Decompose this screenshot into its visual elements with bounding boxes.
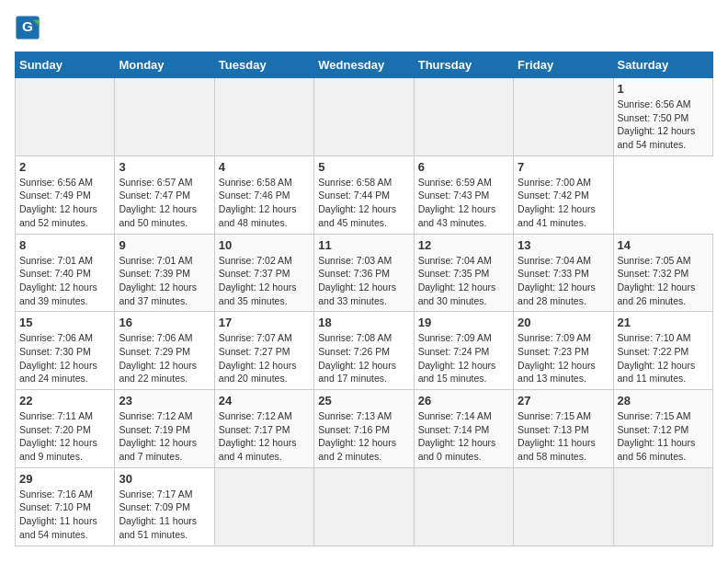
day-number: 15 (19, 316, 110, 329)
day-detail: Sunrise: 7:09 AMSunset: 7:23 PMDaylight:… (518, 331, 609, 385)
day-detail: Sunrise: 7:05 AMSunset: 7:32 PMDaylight:… (618, 254, 709, 308)
calendar-cell: 25Sunrise: 7:13 AMSunset: 7:16 PMDayligh… (314, 390, 414, 468)
calendar-cell: 29Sunrise: 7:16 AMSunset: 7:10 PMDayligh… (16, 467, 115, 546)
calendar-cell (314, 78, 414, 156)
day-detail: Sunrise: 6:56 AMSunset: 7:50 PMDaylight:… (618, 98, 709, 152)
header-saturday: Saturday (613, 52, 712, 78)
day-number: 17 (219, 316, 310, 329)
day-detail: Sunrise: 7:17 AMSunset: 7:09 PMDaylight:… (119, 488, 210, 542)
day-detail: Sunrise: 7:01 AMSunset: 7:40 PMDaylight:… (19, 254, 110, 308)
day-detail: Sunrise: 6:56 AMSunset: 7:49 PMDaylight:… (19, 176, 110, 230)
day-detail: Sunrise: 7:04 AMSunset: 7:33 PMDaylight:… (518, 254, 609, 308)
day-detail: Sunrise: 7:10 AMSunset: 7:22 PMDaylight:… (618, 331, 709, 385)
calendar-cell: 20Sunrise: 7:09 AMSunset: 7:23 PMDayligh… (514, 312, 613, 390)
day-detail: Sunrise: 7:07 AMSunset: 7:27 PMDaylight:… (219, 331, 310, 385)
calendar-cell: 27Sunrise: 7:15 AMSunset: 7:13 PMDayligh… (514, 390, 613, 468)
day-number: 12 (418, 238, 509, 252)
day-detail: Sunrise: 7:13 AMSunset: 7:16 PMDaylight:… (318, 409, 409, 464)
day-detail: Sunrise: 7:12 AMSunset: 7:19 PMDaylight:… (119, 409, 210, 464)
day-detail: Sunrise: 7:15 AMSunset: 7:12 PMDaylight:… (618, 409, 709, 464)
day-detail: Sunrise: 7:08 AMSunset: 7:26 PMDaylight:… (318, 331, 409, 385)
day-number: 16 (119, 316, 210, 329)
day-detail: Sunrise: 6:58 AMSunset: 7:46 PMDaylight:… (219, 176, 310, 230)
day-detail: Sunrise: 7:06 AMSunset: 7:30 PMDaylight:… (19, 331, 110, 385)
calendar-cell: 14Sunrise: 7:05 AMSunset: 7:32 PMDayligh… (613, 234, 712, 312)
day-detail: Sunrise: 7:14 AMSunset: 7:14 PMDaylight:… (418, 409, 509, 464)
calendar-cell: 16Sunrise: 7:06 AMSunset: 7:29 PMDayligh… (115, 312, 214, 390)
calendar-cell (115, 78, 214, 156)
header-monday: Monday (115, 52, 214, 78)
header-tuesday: Tuesday (214, 52, 313, 78)
calendar-cell (613, 467, 712, 546)
calendar-cell: 10Sunrise: 7:02 AMSunset: 7:37 PMDayligh… (214, 234, 313, 312)
calendar-cell: 1Sunrise: 6:56 AMSunset: 7:50 PMDaylight… (613, 78, 712, 156)
day-detail: Sunrise: 7:02 AMSunset: 7:37 PMDaylight:… (219, 254, 310, 308)
logo-icon: G (15, 15, 40, 40)
day-number: 2 (19, 160, 110, 174)
header-sunday: Sunday (16, 52, 115, 78)
calendar-cell: 4Sunrise: 6:58 AMSunset: 7:46 PMDaylight… (214, 155, 313, 234)
calendar-cell (414, 78, 513, 156)
day-number: 3 (119, 160, 210, 174)
header-wednesday: Wednesday (314, 52, 414, 78)
day-number: 1 (618, 82, 709, 96)
calendar-cell: 22Sunrise: 7:11 AMSunset: 7:20 PMDayligh… (16, 390, 115, 468)
day-number: 24 (219, 394, 310, 408)
calendar-cell: 6Sunrise: 6:59 AMSunset: 7:43 PMDaylight… (414, 155, 513, 234)
calendar-cell (314, 467, 414, 546)
day-detail: Sunrise: 7:03 AMSunset: 7:36 PMDaylight:… (318, 254, 409, 308)
calendar-week-row: 8Sunrise: 7:01 AMSunset: 7:40 PMDaylight… (16, 234, 713, 312)
logo: G (15, 15, 44, 40)
day-number: 8 (19, 238, 110, 252)
svg-text:G: G (22, 18, 33, 34)
day-number: 20 (518, 316, 609, 329)
calendar-cell: 9Sunrise: 7:01 AMSunset: 7:39 PMDaylight… (115, 234, 214, 312)
day-detail: Sunrise: 7:04 AMSunset: 7:35 PMDaylight:… (418, 254, 509, 308)
day-number: 5 (318, 160, 409, 174)
day-detail: Sunrise: 6:59 AMSunset: 7:43 PMDaylight:… (418, 176, 509, 230)
day-number: 22 (19, 394, 110, 408)
calendar-week-row: 1Sunrise: 6:56 AMSunset: 7:50 PMDaylight… (16, 78, 713, 156)
calendar-table: SundayMondayTuesdayWednesdayThursdayFrid… (15, 52, 713, 546)
calendar-cell: 17Sunrise: 7:07 AMSunset: 7:27 PMDayligh… (214, 312, 313, 390)
page-header: G (15, 15, 713, 40)
day-number: 25 (318, 394, 409, 408)
calendar-cell: 19Sunrise: 7:09 AMSunset: 7:24 PMDayligh… (414, 312, 513, 390)
day-number: 27 (518, 394, 609, 408)
calendar-week-row: 29Sunrise: 7:16 AMSunset: 7:10 PMDayligh… (16, 467, 713, 546)
calendar-week-row: 2Sunrise: 6:56 AMSunset: 7:49 PMDaylight… (16, 155, 713, 234)
calendar-cell (514, 467, 613, 546)
calendar-cell: 3Sunrise: 6:57 AMSunset: 7:47 PMDaylight… (115, 155, 214, 234)
calendar-cell: 26Sunrise: 7:14 AMSunset: 7:14 PMDayligh… (414, 390, 513, 468)
day-number: 9 (119, 238, 210, 252)
calendar-cell: 12Sunrise: 7:04 AMSunset: 7:35 PMDayligh… (414, 234, 513, 312)
calendar-cell: 21Sunrise: 7:10 AMSunset: 7:22 PMDayligh… (613, 312, 712, 390)
day-detail: Sunrise: 7:11 AMSunset: 7:20 PMDaylight:… (19, 409, 110, 464)
day-number: 19 (418, 316, 509, 329)
day-detail: Sunrise: 7:15 AMSunset: 7:13 PMDaylight:… (518, 409, 609, 464)
day-number: 21 (618, 316, 709, 329)
day-number: 10 (219, 238, 310, 252)
calendar-cell: 24Sunrise: 7:12 AMSunset: 7:17 PMDayligh… (214, 390, 313, 468)
day-number: 26 (418, 394, 509, 408)
day-detail: Sunrise: 6:57 AMSunset: 7:47 PMDaylight:… (119, 176, 210, 230)
header-thursday: Thursday (414, 52, 513, 78)
calendar-cell: 11Sunrise: 7:03 AMSunset: 7:36 PMDayligh… (314, 234, 414, 312)
calendar-cell: 15Sunrise: 7:06 AMSunset: 7:30 PMDayligh… (16, 312, 115, 390)
calendar-cell: 5Sunrise: 6:58 AMSunset: 7:44 PMDaylight… (314, 155, 414, 234)
calendar-week-row: 15Sunrise: 7:06 AMSunset: 7:30 PMDayligh… (16, 312, 713, 390)
day-number: 7 (518, 160, 609, 174)
day-number: 30 (119, 472, 210, 486)
day-number: 6 (418, 160, 509, 174)
day-number: 23 (119, 394, 210, 408)
day-detail: Sunrise: 6:58 AMSunset: 7:44 PMDaylight:… (318, 176, 409, 230)
calendar-cell (414, 467, 513, 546)
calendar-cell: 2Sunrise: 6:56 AMSunset: 7:49 PMDaylight… (16, 155, 115, 234)
calendar-cell: 8Sunrise: 7:01 AMSunset: 7:40 PMDaylight… (16, 234, 115, 312)
day-number: 11 (318, 238, 409, 252)
calendar-cell (214, 467, 313, 546)
calendar-cell: 13Sunrise: 7:04 AMSunset: 7:33 PMDayligh… (514, 234, 613, 312)
header-friday: Friday (514, 52, 613, 78)
day-detail: Sunrise: 7:00 AMSunset: 7:42 PMDaylight:… (518, 176, 609, 230)
day-number: 18 (318, 316, 409, 329)
